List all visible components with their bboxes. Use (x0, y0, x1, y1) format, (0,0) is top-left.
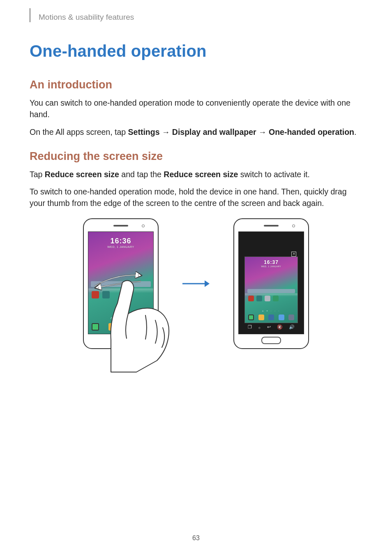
clock-date: WED, 1 JANUARY (88, 245, 153, 248)
text: and tap the (119, 170, 164, 179)
text: Tap (30, 170, 45, 179)
text: . (354, 127, 356, 136)
section-heading-reduce: Reducing the screen size (30, 150, 362, 163)
softkey-bar: ❐ ⬦ ↩ 🔇 🔊 (244, 324, 298, 331)
bold-reduce-2: Reduce screen size (164, 170, 238, 179)
clock-date: WED, 1 JANUARY (245, 265, 297, 268)
sensor-icon (292, 224, 295, 227)
text: switch to activate it. (238, 170, 309, 179)
recent-icon: ❐ (248, 324, 252, 330)
back-icon: ↩ (267, 324, 271, 330)
figure-row: 16:36 WED, 1 JANUARY ⌂ • · · · (30, 218, 362, 349)
earpiece-icon (113, 225, 128, 227)
vol-down-icon: 🔇 (277, 324, 283, 330)
mail-app-icon (268, 314, 274, 320)
browser-app-icon (279, 314, 284, 320)
page-header: Motions & usability features (30, 12, 362, 22)
app-icon (92, 291, 99, 298)
reduced-screen: 16:37 WED, 1 JANUARY ⌂ • · · · (244, 257, 298, 323)
clock: 16:37 WED, 1 JANUARY (245, 259, 297, 268)
bold-reduce-1: Reduce screen size (45, 170, 119, 179)
dock-row (247, 314, 295, 320)
intro-paragraph-1: You can switch to one-handed operation m… (30, 97, 362, 120)
app-icon (265, 296, 270, 301)
figure-before: 16:36 WED, 1 JANUARY ⌂ • · · · (83, 218, 159, 349)
apps-icon (288, 314, 294, 320)
phone-app-icon (248, 314, 254, 320)
close-icon: ✕ (291, 252, 296, 257)
text: On the All apps screen, tap (30, 127, 128, 136)
reduce-paragraph-2: To switch to one-handed operation mode, … (30, 186, 362, 209)
app-icon (256, 296, 262, 301)
reduce-paragraph-1: Tap Reduce screen size and tap the Reduc… (30, 169, 362, 180)
intro-paragraph-2: On the All apps screen, tap Settings → D… (30, 126, 362, 138)
widget-row (92, 291, 110, 298)
bold-settings: Settings (128, 127, 160, 136)
clock-time: 16:36 (110, 237, 131, 245)
phone-screen-right: ✕ 16:37 WED, 1 JANUARY ⌂ • · · · (238, 231, 304, 334)
arrow-glyph: → (160, 127, 172, 136)
section-heading-intro: An introduction (30, 79, 362, 91)
vol-up-icon: 🔊 (289, 324, 295, 330)
page-number: 63 (0, 534, 392, 542)
hand-icon (108, 278, 178, 373)
clock-time: 16:37 (264, 259, 279, 265)
search-bar (247, 289, 295, 293)
bold-display-wallpaper: Display and wallpaper (172, 127, 256, 136)
sensor-icon (142, 224, 145, 227)
earpiece-icon (264, 225, 279, 227)
page-indicator: ⌂ • · · · (245, 310, 297, 312)
app-icon (248, 296, 254, 301)
bold-one-handed: One-handed operation (269, 127, 354, 136)
home-icon: ⬦ (258, 325, 261, 330)
contacts-app-icon (258, 314, 264, 320)
phone-illustration-right: ✕ 16:37 WED, 1 JANUARY ⌂ • · · · (233, 218, 309, 349)
phone-app-icon (92, 323, 99, 331)
app-icon (273, 296, 279, 301)
transition-arrow-icon (182, 279, 210, 289)
clock: 16:36 WED, 1 JANUARY (88, 237, 153, 248)
page-title: One-handed operation (30, 42, 362, 60)
arrow-glyph: → (256, 127, 269, 136)
header-rule (30, 8, 30, 22)
widget-row (248, 296, 279, 301)
breadcrumb: Motions & usability features (39, 13, 134, 22)
home-button-icon (261, 337, 281, 344)
